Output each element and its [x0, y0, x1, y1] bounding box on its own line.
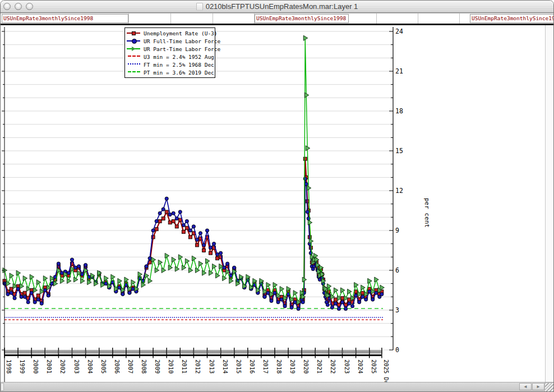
marker-circle — [303, 177, 307, 181]
y-tick-label: 24 — [395, 27, 403, 35]
marker-circle — [70, 258, 73, 261]
document-icon[interactable] — [196, 3, 203, 11]
marker-square — [216, 257, 219, 260]
x-tick-label: 2024 — [357, 359, 364, 373]
chart-legend: Unemployment Rate (U-3) UR Full-Time Lab… — [124, 27, 215, 78]
header-divider — [170, 13, 171, 24]
marker-triangle — [145, 273, 149, 278]
header-divider — [128, 13, 129, 24]
circle-marker-icon — [132, 39, 137, 44]
horizontal-scrollbar-track[interactable]: ◄ ► — [1, 382, 553, 391]
header-divider — [213, 13, 213, 24]
y-tick-label: 18 — [395, 107, 403, 115]
legend-sample — [127, 46, 141, 52]
marker-circle — [30, 291, 33, 294]
unemployment-chart: 03691215182124per cent199819992000200120… — [1, 25, 553, 384]
marker-square — [334, 298, 337, 301]
marker-circle — [304, 182, 308, 186]
marker-square — [188, 236, 192, 239]
legend-item: Unemployment Rate (U-3) — [125, 29, 215, 37]
marker-circle — [158, 211, 161, 215]
x-tick-label: 2013 — [209, 359, 215, 373]
scroll-right-arrow-icon[interactable]: ► — [532, 383, 544, 390]
marker-circle — [188, 229, 192, 232]
marker-circle — [84, 263, 87, 266]
marker-circle — [368, 290, 371, 293]
marker-circle — [172, 211, 175, 215]
x-tick-label: 2020 — [303, 359, 310, 373]
marker-circle — [151, 229, 155, 232]
marker-circle — [198, 232, 202, 235]
wave-name-cell-1[interactable]: USUnEmpRate3monthlySince1998 — [2, 14, 128, 23]
x-tick-label: 2007 — [127, 359, 134, 373]
marker-triangle — [182, 265, 186, 270]
x-tick-label: 2001 — [46, 359, 53, 373]
legend-label: U3 min = 2.4% 1952 Aug — [144, 54, 214, 60]
marker-circle — [276, 301, 280, 304]
scroll-left-arrow-icon[interactable]: ◄ — [519, 383, 532, 390]
marker-circle — [364, 298, 368, 301]
marker-circle — [121, 292, 124, 296]
legend-sample — [127, 38, 141, 44]
marker-circle — [358, 301, 361, 304]
marker-circle — [334, 302, 337, 305]
wave-name-header-row: USUnEmpRate3monthlySince1998 USUnEmpRate… — [1, 13, 553, 25]
marker-circle — [344, 307, 347, 311]
wave-name-cell-3[interactable]: USUnEmpRate3monthlySince1998 — [470, 14, 553, 23]
marker-circle — [380, 292, 384, 296]
marker-circle — [263, 295, 266, 298]
header-divider — [418, 13, 418, 24]
marker-triangle — [209, 270, 214, 275]
legend-sample — [127, 70, 141, 75]
legend-item: FT min = 2.5% 1968 Dec — [125, 61, 215, 68]
marker-circle — [205, 229, 209, 232]
marker-circle — [290, 306, 293, 309]
marker-circle — [10, 291, 13, 294]
legend-sample — [127, 30, 141, 36]
x-tick-label: 2002 — [59, 359, 66, 373]
marker-square — [175, 225, 178, 228]
marker-circle — [301, 301, 304, 304]
x-tick-label: 2022 — [330, 359, 336, 373]
x-tick-label: 2000 — [33, 359, 39, 373]
x-tick-label: 2018 — [276, 359, 283, 373]
marker-circle — [13, 297, 16, 300]
x-tick-label: 2009 — [154, 359, 161, 373]
wave-name-cell-2[interactable]: USUnEmpRate3monthlySince1998 — [255, 14, 349, 23]
legend-item: UR Part-Time Labor Force — [125, 45, 215, 53]
marker-circle — [347, 302, 350, 305]
marker-circle — [371, 298, 375, 301]
marker-circle — [148, 257, 151, 260]
y-tick-label: 12 — [395, 187, 403, 195]
marker-triangle — [304, 93, 309, 98]
marker-triangle — [87, 280, 92, 285]
marker-circle — [297, 307, 300, 311]
window-resize-grip-icon[interactable] — [544, 382, 553, 391]
marker-circle — [202, 243, 205, 247]
x-tick-label: 2025 — [371, 359, 377, 373]
marker-circle — [195, 238, 198, 241]
y-tick-label: 21 — [395, 67, 403, 75]
square-marker-icon — [132, 31, 136, 35]
x-tick-label: 2008 — [141, 359, 147, 373]
marker-triangle — [306, 146, 310, 151]
vertical-scrollbar-track[interactable] — [545, 25, 553, 384]
marker-circle — [226, 262, 229, 265]
marker-circle — [178, 210, 182, 214]
y-tick-label: 0 — [395, 346, 399, 354]
marker-circle — [215, 252, 219, 256]
y-tick-label: 9 — [395, 227, 399, 234]
header-divider — [376, 13, 377, 24]
marker-circle — [185, 219, 188, 223]
x-tick-label: 2004 — [87, 359, 94, 373]
marker-circle — [161, 207, 165, 211]
marker-square — [155, 228, 158, 231]
title-container: 0210blsFTPTUSUnEmpRatesMon.mar:Layer 1 — [1, 1, 553, 12]
marker-square — [161, 217, 165, 220]
marker-circle — [128, 291, 131, 294]
title-bar[interactable]: 0210blsFTPTUSUnEmpRatesMon.mar:Layer 1 — [1, 1, 553, 13]
marker-circle — [330, 306, 334, 309]
marker-circle — [354, 294, 358, 297]
marker-square — [168, 221, 172, 224]
legend-label: UR Part-Time Labor Force — [144, 46, 220, 52]
